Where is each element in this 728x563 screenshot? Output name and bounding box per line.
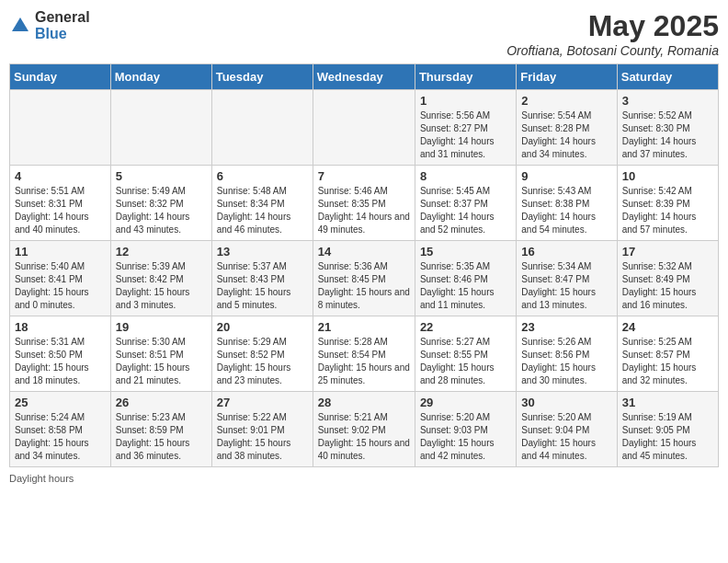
calendar-day-header: Wednesday xyxy=(313,64,415,90)
calendar-cell: 10Sunrise: 5:42 AM Sunset: 8:39 PM Dayli… xyxy=(617,166,718,241)
day-number: 27 xyxy=(217,396,308,409)
calendar-cell: 2Sunrise: 5:54 AM Sunset: 8:28 PM Daylig… xyxy=(517,90,617,166)
day-info: Sunrise: 5:31 AM Sunset: 8:50 PM Dayligh… xyxy=(15,336,106,387)
calendar-cell: 27Sunrise: 5:22 AM Sunset: 9:01 PM Dayli… xyxy=(211,392,313,467)
day-info: Sunrise: 5:37 AM Sunset: 8:43 PM Dayligh… xyxy=(217,260,308,312)
logo-text: General Blue xyxy=(35,9,90,41)
day-number: 24 xyxy=(622,320,713,334)
calendar-cell xyxy=(313,90,415,166)
day-number: 13 xyxy=(217,245,308,259)
daylight-hours-label: Daylight hours xyxy=(9,473,74,484)
calendar-cell: 21Sunrise: 5:28 AM Sunset: 8:54 PM Dayli… xyxy=(313,316,415,392)
location-subtitle: Oroftiana, Botosani County, Romania xyxy=(506,43,719,58)
calendar-cell: 13Sunrise: 5:37 AM Sunset: 8:43 PM Dayli… xyxy=(211,241,313,316)
day-number: 15 xyxy=(420,245,511,259)
day-info: Sunrise: 5:48 AM Sunset: 8:34 PM Dayligh… xyxy=(217,185,308,236)
day-info: Sunrise: 5:26 AM Sunset: 8:56 PM Dayligh… xyxy=(521,336,611,387)
calendar-cell: 24Sunrise: 5:25 AM Sunset: 8:57 PM Dayli… xyxy=(617,316,718,392)
day-number: 22 xyxy=(420,320,511,334)
calendar-day-header: Sunday xyxy=(10,64,111,90)
calendar-day-header: Thursday xyxy=(415,64,516,90)
day-number: 18 xyxy=(15,320,106,334)
logo-blue: Blue xyxy=(35,26,90,42)
day-info: Sunrise: 5:19 AM Sunset: 9:05 PM Dayligh… xyxy=(622,411,713,463)
calendar-cell: 14Sunrise: 5:36 AM Sunset: 8:45 PM Dayli… xyxy=(313,241,415,316)
calendar-cell: 16Sunrise: 5:34 AM Sunset: 8:47 PM Dayli… xyxy=(517,241,617,316)
day-info: Sunrise: 5:30 AM Sunset: 8:51 PM Dayligh… xyxy=(116,336,207,387)
calendar-week-row: 18Sunrise: 5:31 AM Sunset: 8:50 PM Dayli… xyxy=(10,316,719,392)
day-number: 25 xyxy=(15,396,106,409)
calendar-week-row: 25Sunrise: 5:24 AM Sunset: 8:58 PM Dayli… xyxy=(10,392,719,467)
day-number: 4 xyxy=(15,169,106,183)
day-number: 20 xyxy=(217,320,308,334)
calendar-day-header: Friday xyxy=(517,64,617,90)
calendar-week-row: 11Sunrise: 5:40 AM Sunset: 8:41 PM Dayli… xyxy=(10,241,719,316)
day-info: Sunrise: 5:29 AM Sunset: 8:52 PM Dayligh… xyxy=(217,336,308,387)
month-year-title: May 2025 xyxy=(506,9,719,43)
calendar-cell: 9Sunrise: 5:43 AM Sunset: 8:38 PM Daylig… xyxy=(517,166,617,241)
calendar-day-header: Saturday xyxy=(617,64,718,90)
day-info: Sunrise: 5:32 AM Sunset: 8:49 PM Dayligh… xyxy=(622,260,713,312)
day-number: 23 xyxy=(521,320,611,334)
calendar-cell: 20Sunrise: 5:29 AM Sunset: 8:52 PM Dayli… xyxy=(211,316,313,392)
day-number: 8 xyxy=(420,169,511,183)
day-info: Sunrise: 5:20 AM Sunset: 9:03 PM Dayligh… xyxy=(420,411,511,463)
calendar-cell xyxy=(110,90,211,166)
calendar-cell xyxy=(10,90,111,166)
day-number: 3 xyxy=(622,94,713,108)
day-info: Sunrise: 5:49 AM Sunset: 8:32 PM Dayligh… xyxy=(116,185,207,236)
day-number: 5 xyxy=(116,169,207,183)
calendar-header-row: SundayMondayTuesdayWednesdayThursdayFrid… xyxy=(10,64,719,90)
day-info: Sunrise: 5:45 AM Sunset: 8:37 PM Dayligh… xyxy=(420,185,511,236)
calendar-day-header: Tuesday xyxy=(211,64,313,90)
day-number: 26 xyxy=(116,396,207,409)
day-info: Sunrise: 5:28 AM Sunset: 8:54 PM Dayligh… xyxy=(318,336,410,387)
day-info: Sunrise: 5:25 AM Sunset: 8:57 PM Dayligh… xyxy=(622,336,713,387)
calendar-cell: 17Sunrise: 5:32 AM Sunset: 8:49 PM Dayli… xyxy=(617,241,718,316)
day-number: 11 xyxy=(15,245,106,259)
day-number: 9 xyxy=(521,169,611,183)
day-number: 17 xyxy=(622,245,713,259)
day-number: 2 xyxy=(521,94,611,108)
day-number: 19 xyxy=(116,320,207,334)
day-number: 1 xyxy=(420,94,511,108)
day-number: 30 xyxy=(521,396,611,409)
calendar-day-header: Monday xyxy=(110,64,211,90)
day-info: Sunrise: 5:23 AM Sunset: 8:59 PM Dayligh… xyxy=(116,411,207,463)
day-info: Sunrise: 5:36 AM Sunset: 8:45 PM Dayligh… xyxy=(318,260,410,312)
calendar-cell: 12Sunrise: 5:39 AM Sunset: 8:42 PM Dayli… xyxy=(110,241,211,316)
day-info: Sunrise: 5:22 AM Sunset: 9:01 PM Dayligh… xyxy=(217,411,308,463)
calendar-cell: 30Sunrise: 5:20 AM Sunset: 9:04 PM Dayli… xyxy=(517,392,617,467)
calendar-cell: 5Sunrise: 5:49 AM Sunset: 8:32 PM Daylig… xyxy=(110,166,211,241)
calendar-cell: 4Sunrise: 5:51 AM Sunset: 8:31 PM Daylig… xyxy=(10,166,111,241)
day-info: Sunrise: 5:35 AM Sunset: 8:46 PM Dayligh… xyxy=(420,260,511,312)
day-number: 10 xyxy=(622,169,713,183)
calendar-cell: 8Sunrise: 5:45 AM Sunset: 8:37 PM Daylig… xyxy=(415,166,516,241)
day-info: Sunrise: 5:39 AM Sunset: 8:42 PM Dayligh… xyxy=(116,260,207,312)
calendar-cell: 22Sunrise: 5:27 AM Sunset: 8:55 PM Dayli… xyxy=(415,316,516,392)
day-info: Sunrise: 5:43 AM Sunset: 8:38 PM Dayligh… xyxy=(521,185,611,236)
day-number: 12 xyxy=(116,245,207,259)
day-info: Sunrise: 5:54 AM Sunset: 8:28 PM Dayligh… xyxy=(521,109,611,161)
page-header: General Blue May 2025 Oroftiana, Botosan… xyxy=(9,9,719,58)
footer-note: Daylight hours xyxy=(9,473,719,484)
calendar-cell: 3Sunrise: 5:52 AM Sunset: 8:30 PM Daylig… xyxy=(617,90,718,166)
calendar-table: SundayMondayTuesdayWednesdayThursdayFrid… xyxy=(9,63,719,467)
day-number: 6 xyxy=(217,169,308,183)
day-info: Sunrise: 5:46 AM Sunset: 8:35 PM Dayligh… xyxy=(318,185,410,236)
calendar-cell: 15Sunrise: 5:35 AM Sunset: 8:46 PM Dayli… xyxy=(415,241,516,316)
day-info: Sunrise: 5:51 AM Sunset: 8:31 PM Dayligh… xyxy=(15,185,106,236)
calendar-week-row: 1Sunrise: 5:56 AM Sunset: 8:27 PM Daylig… xyxy=(10,90,719,166)
day-info: Sunrise: 5:27 AM Sunset: 8:55 PM Dayligh… xyxy=(420,336,511,387)
calendar-cell: 29Sunrise: 5:20 AM Sunset: 9:03 PM Dayli… xyxy=(415,392,516,467)
day-info: Sunrise: 5:52 AM Sunset: 8:30 PM Dayligh… xyxy=(622,109,713,161)
day-number: 29 xyxy=(420,396,511,409)
day-number: 14 xyxy=(318,245,410,259)
day-number: 28 xyxy=(318,396,410,409)
calendar-cell: 7Sunrise: 5:46 AM Sunset: 8:35 PM Daylig… xyxy=(313,166,415,241)
day-info: Sunrise: 5:24 AM Sunset: 8:58 PM Dayligh… xyxy=(15,411,106,463)
day-info: Sunrise: 5:21 AM Sunset: 9:02 PM Dayligh… xyxy=(318,411,410,463)
day-number: 16 xyxy=(521,245,611,259)
calendar-cell: 28Sunrise: 5:21 AM Sunset: 9:02 PM Dayli… xyxy=(313,392,415,467)
day-number: 21 xyxy=(318,320,410,334)
